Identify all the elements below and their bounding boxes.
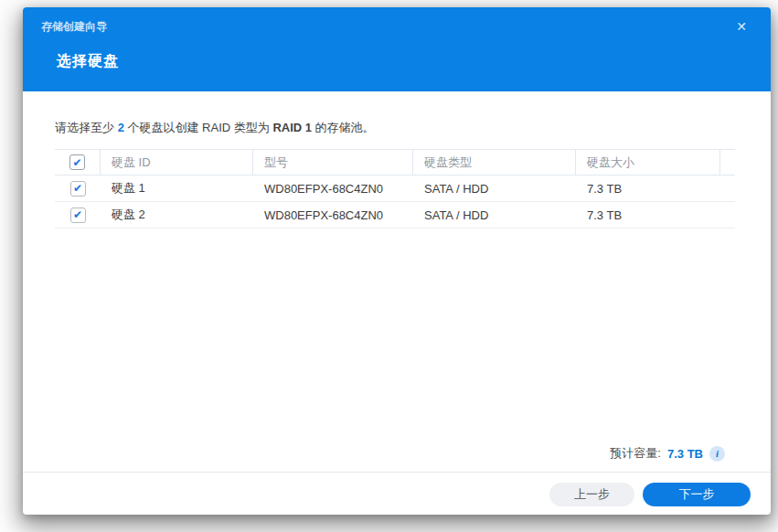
header-checkbox-cell: ✔ (55, 150, 101, 175)
disk-table: ✔ 硬盘 ID 型号 硬盘类型 硬盘大小 ✔ 硬盘 1 WD80EFPX-68C… (55, 149, 735, 229)
wizard-buttons: 上一步 下一步 (549, 483, 751, 506)
cell-spacer (720, 202, 735, 228)
min-disk-count: 2 (118, 121, 124, 134)
cell-disk-type: SATA / HDD (413, 202, 576, 228)
cell-model: WD80EFPX-68C4ZN0 (253, 202, 413, 228)
cell-model: WD80EFPX-68C4ZN0 (253, 176, 413, 201)
column-header-model[interactable]: 型号 (253, 150, 413, 175)
checkmark-icon: ✔ (72, 156, 81, 169)
column-header-disk-type[interactable]: 硬盘类型 (413, 150, 576, 175)
instruction-part3: 的存储池。 (312, 121, 375, 134)
column-header-disk-id[interactable]: 硬盘 ID (101, 150, 253, 175)
cell-disk-type: SATA / HDD (413, 176, 576, 201)
cell-disk-id: 硬盘 2 (101, 202, 253, 228)
table-row[interactable]: ✔ 硬盘 1 WD80EFPX-68C4ZN0 SATA / HDD 7.3 T… (55, 176, 735, 202)
step-title: 选择硬盘 (57, 52, 119, 71)
checkmark-icon: ✔ (73, 182, 82, 195)
row-checkbox-cell: ✔ (55, 202, 101, 228)
row-checkbox[interactable]: ✔ (70, 181, 86, 197)
dialog-titlebar: 存储创建向导 ✕ 选择硬盘 (23, 7, 771, 91)
cell-disk-size: 7.3 TB (576, 202, 720, 228)
table-header-row: ✔ 硬盘 ID 型号 硬盘类型 硬盘大小 (55, 149, 735, 176)
cell-disk-size: 7.3 TB (576, 176, 720, 201)
estimated-capacity: 预计容量: 7.3 TB i (610, 444, 725, 463)
cell-spacer (720, 176, 735, 201)
instruction-text: 请选择至少 2 个硬盘以创建 RAID 类型为 RAID 1 的存储池。 (55, 120, 735, 136)
table-row[interactable]: ✔ 硬盘 2 WD80EFPX-68C4ZN0 SATA / HDD 7.3 T… (55, 202, 735, 229)
close-icon[interactable]: ✕ (732, 17, 751, 36)
back-button[interactable]: 上一步 (549, 483, 634, 506)
column-header-spacer (720, 150, 735, 175)
dialog-content: 请选择至少 2 个硬盘以创建 RAID 类型为 RAID 1 的存储池。 ✔ 硬… (55, 91, 735, 229)
storage-wizard-dialog: 存储创建向导 ✕ 选择硬盘 请选择至少 2 个硬盘以创建 RAID 类型为 RA… (23, 7, 771, 515)
cell-disk-id: 硬盘 1 (101, 176, 253, 201)
raid-type-value: RAID 1 (272, 121, 312, 134)
capacity-value: 7.3 TB (667, 447, 703, 461)
row-checkbox[interactable]: ✔ (70, 207, 86, 223)
select-all-checkbox[interactable]: ✔ (69, 154, 85, 170)
dialog-title: 存储创建向导 (41, 19, 107, 35)
next-button[interactable]: 下一步 (643, 483, 751, 506)
instruction-part2: 个硬盘以创建 RAID 类型为 (124, 121, 273, 134)
checkmark-icon: ✔ (73, 208, 82, 221)
column-header-disk-size[interactable]: 硬盘大小 (576, 150, 720, 175)
row-checkbox-cell: ✔ (55, 176, 101, 201)
info-icon[interactable]: i (709, 446, 725, 462)
capacity-label: 预计容量: (610, 445, 661, 462)
instruction-part1: 请选择至少 (55, 121, 118, 134)
footer-divider (23, 472, 771, 473)
